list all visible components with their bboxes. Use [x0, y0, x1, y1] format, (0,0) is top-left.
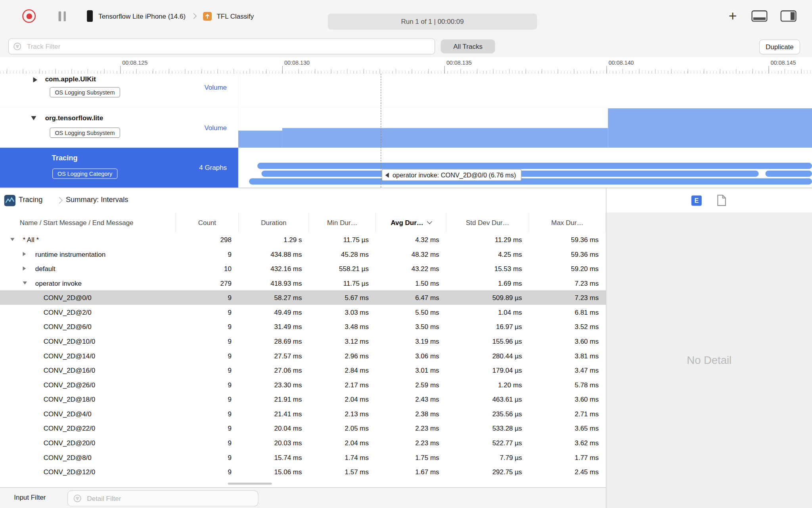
pane-split-divider[interactable]	[606, 188, 606, 508]
cell-duration: 31.49 ms	[239, 319, 309, 334]
ruler-major-tick	[444, 66, 445, 74]
table-row[interactable]: runtime instrumentation9434.88 ms45.28 m…	[0, 247, 606, 262]
table-row[interactable]: CONV_2D@8/0915.74 ms1.74 ms1.75 ms7.79 µ…	[0, 450, 606, 465]
table-row[interactable]: CONV_2D@14/0927.57 ms2.96 ms3.06 ms280.4…	[0, 348, 606, 363]
disclosure-box[interactable]	[23, 252, 31, 256]
cell-duration: 27.57 ms	[239, 348, 309, 363]
cell-name: CONV_2D@4/0	[0, 406, 176, 421]
cell-name: CONV_2D@14/0	[0, 348, 176, 363]
cell-avg: 4.32 ms	[376, 232, 446, 247]
track-graph-intervals[interactable]	[238, 148, 812, 188]
device-selector[interactable]: Tensorflow Lite iPhone (14.6)	[98, 12, 186, 20]
row-name-label: CONV_2D@14/0	[44, 352, 95, 360]
disclosure-box[interactable]	[23, 266, 31, 270]
column-header-label: Duration	[261, 219, 286, 227]
cell-min: 2.04 ms	[309, 435, 376, 450]
track-row-tracing[interactable]: Tracing OS Logging Category 4 Graphs	[0, 148, 812, 188]
ruler-tick	[493, 69, 493, 74]
track-graph-uikit[interactable]	[238, 73, 812, 108]
ruler-tick	[752, 69, 753, 74]
column-header-avg[interactable]: Avg Dur…	[376, 213, 446, 233]
table-row[interactable]: CONV_2D@16/0927.06 ms2.84 ms3.01 ms179.0…	[0, 363, 606, 377]
track-row-tensorflow[interactable]: org.tensorflow.lite OS Logging Subsystem…	[0, 107, 812, 148]
record-button[interactable]	[22, 10, 36, 23]
document-inspector-button[interactable]	[717, 194, 727, 206]
table-row[interactable]: CONV_2D@18/0921.91 ms2.04 ms2.43 ms463.6…	[0, 392, 606, 406]
horizontal-scrollbar[interactable]	[228, 483, 272, 485]
cell-duration: 20.03 ms	[239, 435, 309, 450]
ruler-tick	[347, 69, 347, 74]
cell-std: 179.04 µs	[446, 363, 529, 377]
ruler-tick	[55, 69, 56, 74]
ruler-tick	[655, 69, 655, 74]
disclosure-triangle[interactable]	[23, 266, 26, 270]
track-row-uikit[interactable]: com.apple.UIKit OS Logging Subsystem Vol…	[0, 73, 812, 107]
track-graph-volume[interactable]	[238, 107, 812, 148]
ruler-tick	[299, 69, 299, 74]
pause-bar-icon	[63, 11, 66, 21]
column-header-count[interactable]: Count	[176, 213, 239, 233]
disclosure-triangle[interactable]	[23, 281, 27, 285]
toggle-right-pane-button[interactable]	[780, 10, 796, 22]
tracing-instrument-icon	[4, 195, 15, 206]
ruler-time-label: 00:08.130	[284, 60, 310, 66]
table-row[interactable]: CONV_2D@4/0921.41 ms2.13 ms2.38 ms235.56…	[0, 406, 606, 421]
track-header-selected[interactable]: Tracing OS Logging Category 4 Graphs	[0, 148, 239, 188]
target-selector[interactable]: TFL Classify	[216, 12, 254, 20]
toggle-bottom-pane-button[interactable]	[751, 10, 767, 22]
breadcrumb-view[interactable]: Summary: Intervals	[66, 195, 128, 204]
disclosure-triangle[interactable]	[10, 238, 14, 241]
table-row[interactable]: CONV_2D@0/0958.27 ms5.67 ms6.47 ms509.89…	[0, 290, 606, 305]
document-icon	[717, 194, 727, 206]
pause-button[interactable]	[59, 11, 66, 21]
detail-filter-field[interactable]	[67, 491, 259, 506]
table-header-row: Name / Start Message / End MessageCountD…	[0, 213, 606, 233]
table-row[interactable]: CONV_2D@20/0920.03 ms2.04 ms2.23 ms522.7…	[0, 435, 606, 450]
disclosure-triangle[interactable]	[31, 116, 36, 120]
row-name-label: default	[35, 265, 56, 273]
cell-min: 2.17 ms	[309, 377, 376, 392]
breadcrumb-instrument[interactable]: Tracing	[19, 195, 42, 204]
table-row[interactable]: CONV_2D@10/0928.69 ms3.12 ms3.19 ms155.9…	[0, 334, 606, 348]
table-row[interactable]: CONV_2D@2/0949.49 ms3.03 ms5.50 ms1.04 m…	[0, 305, 606, 319]
expanded-detail-button[interactable]: E	[691, 195, 702, 206]
disclosure-triangle[interactable]	[33, 77, 37, 83]
column-header-name[interactable]: Name / Start Message / End Message	[0, 213, 176, 233]
cell-max: 59.36 ms	[529, 247, 606, 262]
duplicate-button[interactable]: Duplicate	[759, 39, 800, 54]
row-name-label: runtime instrumentation	[35, 250, 105, 258]
table-row[interactable]: * All *2981.29 s11.75 µs4.32 ms11.29 ms5…	[0, 232, 606, 247]
table-row[interactable]: CONV_2D@26/0923.30 ms2.17 ms2.59 ms1.20 …	[0, 377, 606, 392]
column-header-std[interactable]: Std Dev Dur…	[446, 213, 529, 233]
ruler-major-tick	[120, 66, 121, 74]
track-header[interactable]: org.tensorflow.lite OS Logging Subsystem…	[0, 107, 239, 148]
track-filter-input[interactable]	[26, 42, 435, 51]
column-header-max[interactable]: Max Dur…	[529, 213, 606, 233]
cell-max: 59.36 ms	[529, 232, 606, 247]
cell-name: CONV_2D@6/0	[0, 319, 176, 334]
disclosure-triangle[interactable]	[23, 252, 26, 256]
track-header[interactable]: com.apple.UIKit OS Logging Subsystem Vol…	[0, 73, 239, 108]
cell-avg: 3.50 ms	[376, 319, 446, 334]
row-name-label: * All *	[23, 236, 39, 244]
table-row[interactable]: CONV_2D@22/0920.04 ms2.05 ms2.23 ms533.2…	[0, 421, 606, 436]
detail-filter-input[interactable]	[86, 494, 258, 503]
cell-name: CONV_2D@16/0	[0, 363, 176, 377]
time-ruler[interactable]: 00:08.12500:08.13000:08.13500:08.14000:0…	[0, 57, 812, 74]
table-row[interactable]: CONV_2D@6/0931.49 ms3.48 ms3.50 ms16.97 …	[0, 319, 606, 334]
track-filter-field[interactable]	[8, 38, 435, 54]
ruler-major-tick	[282, 66, 283, 74]
column-header-min[interactable]: Min Dur…	[309, 213, 376, 233]
table-row[interactable]: operator invoke279418.93 ms11.75 µs1.50 …	[0, 276, 606, 291]
ruler-tick	[558, 69, 558, 74]
volume-bar-segment	[282, 128, 608, 148]
ruler-tick	[201, 69, 201, 74]
disclosure-box[interactable]	[23, 281, 31, 285]
add-instrument-button[interactable]: +	[725, 8, 741, 25]
playhead-line[interactable]	[381, 73, 381, 187]
table-row[interactable]: CONV_2D@12/0915.06 ms1.57 ms1.67 ms292.7…	[0, 464, 606, 479]
disclosure-box[interactable]	[10, 238, 19, 241]
column-header-duration[interactable]: Duration	[239, 213, 309, 233]
table-row[interactable]: default10432.16 ms558.21 µs43.22 ms15.53…	[0, 261, 606, 276]
all-tracks-button[interactable]: All Tracks	[441, 39, 495, 53]
